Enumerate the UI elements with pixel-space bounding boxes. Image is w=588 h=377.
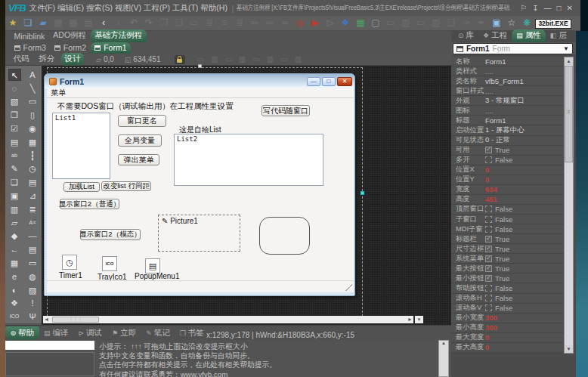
write-code-button[interactable]: 写代码随窗口	[262, 105, 310, 116]
property-row[interactable]: 最小按钮 True	[451, 273, 564, 283]
calendar-tool[interactable]: ▦	[8, 257, 21, 269]
line-spacing-button[interactable]: 改变list 行间距	[101, 181, 151, 191]
property-row[interactable]: 系统菜单 True	[451, 254, 564, 264]
property-row[interactable]: 标题 Form1	[451, 116, 564, 125]
button-tool[interactable]: ❐	[8, 109, 21, 121]
panel-tool[interactable]: ▯	[26, 109, 39, 121]
timer-tool[interactable]: ◷	[26, 162, 39, 175]
pin-icon[interactable]: ⚐	[520, 4, 527, 12]
hline-tool[interactable]: —	[26, 230, 39, 242]
layers-tool[interactable]: ❖	[8, 297, 21, 309]
ico-tool[interactable]: ICO	[8, 311, 21, 323]
doc-tool[interactable]: ▤	[26, 176, 39, 188]
image-tool[interactable]: ▧	[8, 95, 21, 107]
form-maximize-button[interactable]: □	[322, 77, 336, 86]
tool4-icon[interactable]: ▥	[429, 16, 444, 30]
radio-tool[interactable]: ◉	[26, 122, 39, 134]
back-icon[interactable]: ‹	[96, 16, 111, 30]
menu-tools[interactable]: 工具(T)	[172, 3, 198, 14]
form-titlebar[interactable]: Form1 — □ ✕	[45, 74, 354, 88]
form-minimize-button[interactable]: —	[307, 77, 320, 86]
property-row[interactable]: 启动位置 1 - 屏幕中心	[451, 125, 564, 135]
help-scrollbar[interactable]: ▲	[438, 340, 449, 377]
open-folder-icon[interactable]: ▰	[36, 16, 51, 30]
forward-icon[interactable]: ›	[111, 16, 126, 30]
folder-tool[interactable]: ▱	[8, 217, 21, 229]
timer-control[interactable]: ◷	[62, 255, 77, 270]
resize-handle-top[interactable]	[198, 64, 202, 68]
trayicon-control[interactable]: ICO	[102, 256, 117, 271]
properties-scrollbar[interactable]: ▲ ≡ ▼	[564, 57, 574, 354]
property-row[interactable]: 名称 Form1	[451, 57, 564, 66]
redo-icon[interactable]: ↷	[141, 16, 156, 30]
show-window2-normal-button[interactable]: 显示窗口2（普通）	[60, 199, 119, 209]
tree-tool[interactable]: ≣	[26, 203, 39, 215]
step-icon[interactable]: ▷	[323, 16, 338, 30]
object-selector[interactable]: Form1 Form ▼	[453, 43, 573, 54]
datepicker-tool[interactable]: ▤	[26, 243, 39, 255]
teal-icon[interactable]: ❋	[519, 16, 534, 30]
close-icon[interactable]: ✕	[567, 4, 573, 12]
tab-library[interactable]: ⊙库	[453, 29, 478, 42]
magic-icon[interactable]: ✒	[474, 16, 489, 30]
copy-icon[interactable]: ❏	[172, 16, 187, 30]
new-file-icon[interactable]: ❏	[20, 16, 36, 30]
global-variable-button[interactable]: 全局变量	[118, 134, 162, 147]
arrow-left-tool[interactable]: ←	[8, 243, 21, 255]
list-icon[interactable]: ≔	[247, 16, 262, 30]
warning-tool[interactable]: !	[26, 297, 39, 309]
property-row[interactable]: 多开 False	[451, 156, 564, 165]
tab-miniblink[interactable]: Miniblink	[10, 31, 49, 42]
star-box-icon[interactable]: ☆	[504, 16, 519, 30]
pointer-tool[interactable]: ↖	[8, 69, 21, 81]
menu-help[interactable]: 帮助(H)	[200, 3, 227, 14]
menu-project[interactable]: 工程(P)	[144, 3, 170, 14]
layers-icon[interactable]: ❖	[338, 16, 353, 30]
property-row[interactable]: 子窗口 False	[451, 215, 564, 224]
property-row[interactable]: 标题栏 True	[451, 234, 564, 244]
property-row[interactable]: 尺寸边框 True	[451, 244, 564, 254]
align-left-icon[interactable]: ≣	[202, 16, 217, 30]
textbox-tool[interactable]: ab	[8, 150, 21, 162]
scroll-down-arrow[interactable]: ▼	[565, 345, 573, 353]
combobox-tool[interactable]: ▭	[26, 257, 39, 269]
form-edit-icon[interactable]: ▣	[489, 16, 504, 30]
tab-project[interactable]: ❖工程	[478, 29, 512, 42]
delete-icon[interactable]: ▭	[187, 16, 202, 30]
form-close-button[interactable]: ✕	[337, 77, 352, 86]
property-row[interactable]: 类样式 ....	[451, 66, 564, 76]
lock-button[interactable]	[175, 55, 185, 64]
menu-search[interactable]: 搜索(S)	[86, 3, 113, 14]
updown-tool[interactable]: ◆	[8, 230, 21, 242]
scrollbar-extra-button[interactable]: ▼	[415, 316, 423, 323]
save-icon[interactable]: ▦	[51, 16, 66, 30]
checkbox-tool[interactable]: ☑	[8, 122, 21, 134]
globe-tool[interactable]: ◍	[26, 270, 39, 283]
show-window2-modal-button[interactable]: 显示窗口2（模态）	[80, 229, 141, 240]
save-all-icon[interactable]: ▦	[66, 16, 81, 30]
list2[interactable]: List2	[174, 134, 323, 186]
property-row[interactable]: 图标 ....	[451, 106, 564, 116]
chat-icon[interactable]: ✑	[459, 16, 474, 30]
shape-tool[interactable]: ◌	[8, 82, 21, 94]
maximize-icon[interactable]: □	[557, 4, 562, 12]
undo-icon[interactable]: ↶	[126, 16, 141, 30]
resize-grip[interactable]	[345, 284, 352, 291]
tab-properties[interactable]: ▤属性	[512, 29, 546, 42]
load-list-button[interactable]: 加载List	[63, 182, 100, 192]
tool2-icon[interactable]: ▥	[398, 16, 413, 30]
run-icon[interactable]: ▶	[308, 16, 323, 30]
designer-hscrollbar[interactable]: ◄ ⋮⋮⋮ ►	[43, 316, 413, 323]
property-row[interactable]: 最大宽度 0	[451, 333, 564, 343]
list1[interactable]: List1	[52, 113, 110, 179]
image-icon[interactable]: ▦	[353, 16, 368, 30]
help-search-input[interactable]	[5, 341, 94, 350]
property-row[interactable]: 外观 3 - 常规窗口	[451, 96, 564, 106]
code-view-button[interactable]: 代码	[10, 53, 32, 66]
popupmenu-control[interactable]: ▤	[145, 258, 160, 273]
keyboard-tool[interactable]: ▥	[8, 203, 21, 215]
shape-control[interactable]	[259, 217, 310, 255]
property-row[interactable]: 位置X 0	[451, 165, 564, 175]
scroll-thumb[interactable]: ⋮⋮⋮	[52, 317, 99, 323]
bottom-tab[interactable]: ▤编译	[39, 326, 74, 340]
